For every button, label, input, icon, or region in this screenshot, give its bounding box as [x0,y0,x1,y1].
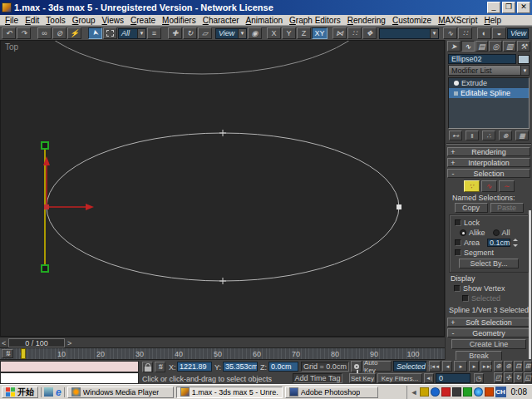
spline-ellipse01-partial[interactable] [28,41,376,74]
scale-button[interactable]: ▱ [198,27,212,39]
next-frame-button[interactable]: ► [469,361,479,372]
open-mini-curve-editor-button[interactable]: ⇅ [2,349,13,358]
stack-item-extrude[interactable]: Extrude [449,78,529,88]
spline-ellipse02[interactable] [47,133,399,281]
make-unique-button[interactable]: ∴ [482,131,495,140]
taskbar-task-3dsmax[interactable]: 1.max - 3ds max 5 - Unre... [176,387,283,398]
vertex-top-tick[interactable] [219,130,226,136]
rollout-geometry[interactable]: - Geometry [447,328,530,337]
add-time-tag[interactable]: Add Time Tag [293,373,342,383]
modifier-list-dropdown[interactable]: Modifier List ▼ [448,65,530,76]
absolute-offset-toggle[interactable]: ⇅ [155,362,165,372]
zoom-all-button[interactable]: ⊛ [504,361,513,372]
rollout-soft-selection[interactable]: + Soft Selection [447,318,530,327]
maxscript-mini-listener[interactable] [0,372,139,384]
menu-character[interactable]: Character [200,16,243,25]
restrict-xy-plane-button[interactable]: XY [312,27,328,39]
pan-button[interactable]: ✢ [504,372,513,383]
named-selection-dropdown[interactable]: ▼ [379,28,439,39]
segment-end-checkbox[interactable] [455,249,461,256]
title-bar[interactable]: 1.max - 3ds max 5 - Unregistered Version… [0,0,532,15]
menu-tools[interactable]: Tools [42,16,68,25]
zoom-button[interactable]: ⊕ [494,361,503,372]
time-slider-handle[interactable]: 0 / 100 [8,338,65,347]
taskbar-task-wmp[interactable]: Windows Media Player [67,387,174,398]
selected-vertex-marker[interactable] [44,204,49,209]
set-keys-button[interactable] [351,361,362,372]
gizmo-x-arrowhead[interactable] [86,204,94,210]
named-selection-sets-button[interactable]: ❖ [362,27,377,39]
restrict-x-button[interactable]: X [267,27,281,39]
tab-motion[interactable]: ◎ [489,41,502,52]
menu-create[interactable]: Create [127,16,159,25]
time-configuration-button[interactable]: ◷ [474,373,484,383]
vertex-right-marker[interactable] [397,204,401,209]
area-selection-checkbox[interactable] [455,239,461,246]
min-max-toggle-button[interactable]: ◱ [524,372,532,383]
align-button[interactable]: ∷ [347,27,362,39]
menu-animation[interactable]: Animation [243,16,286,25]
move-button[interactable]: ✚ [168,27,182,39]
menu-help[interactable]: Help [480,16,505,25]
undo-button[interactable]: ↶ [2,27,16,39]
start-button[interactable]: 开始 [2,387,38,398]
tab-hierarchy[interactable]: ▤ [475,41,489,52]
viewport-label[interactable]: Top [5,42,18,52]
tab-create[interactable]: ➤ [447,41,461,52]
menu-file[interactable]: File [2,16,22,25]
tab-utilities[interactable]: ⚒ [517,41,530,52]
key-step-toggle[interactable]: ◄| [424,373,434,383]
minimize-button[interactable]: _ [487,2,500,13]
bezier-handle-bottom[interactable] [42,265,48,272]
selection-filter-dropdown[interactable]: All ▼ [118,28,146,39]
select-by-name-button[interactable]: ≡ [147,27,161,39]
lock-handles-checkbox[interactable] [455,219,461,226]
paste-button[interactable]: Paste [490,203,524,213]
viewport-top[interactable]: Top [0,40,445,337]
menu-views[interactable]: Views [99,16,128,25]
object-name-field[interactable]: Ellipse02 [448,54,516,64]
area-threshold-spinner[interactable] [513,239,519,247]
render-type-dropdown[interactable]: View [507,28,529,39]
selection-region-button[interactable] [103,27,117,39]
tab-display[interactable]: ▥ [503,41,516,52]
select-object-button[interactable]: ➤ [88,27,102,39]
menu-rendering[interactable]: Rendering [344,16,389,25]
tray-icon-3[interactable] [441,387,451,397]
panel-scrollbar[interactable] [529,210,531,359]
key-mode-dropdown[interactable]: Selected ▼ [393,361,426,372]
area-threshold-field[interactable]: 0.1cm [487,239,510,247]
select-by-button[interactable]: Select By... [459,259,519,268]
reference-coordinate-dropdown[interactable]: View ▼ [215,28,247,39]
lightbulb-icon[interactable] [454,81,459,86]
schematic-view-button[interactable]: ∷ [458,27,472,39]
language-indicator[interactable]: CH [495,387,506,397]
internet-explorer-icon[interactable]: e [56,387,62,398]
show-desktop-icon[interactable] [44,387,53,397]
restrict-y-button[interactable]: Y [282,27,296,39]
x-coordinate-field[interactable]: 1221.89 [177,362,212,372]
menu-group[interactable]: Group [69,16,99,25]
create-line-button[interactable]: Create Line [451,339,526,349]
volume-icon[interactable]: ◄ [411,388,418,397]
zoom-extents-button[interactable]: ⊡ [514,361,523,372]
rollout-interpolation[interactable]: + Interpolation [447,158,530,167]
set-key-button[interactable]: Set Key [349,373,376,383]
render-scene-button[interactable]: ◒ [492,27,506,39]
use-center-button[interactable]: ◉ [248,27,262,39]
tray-icon-7[interactable] [485,387,494,397]
tray-icon-4[interactable] [452,387,461,397]
previous-frame-button[interactable]: ◄ [442,361,452,372]
copy-button[interactable]: Copy [455,203,488,213]
close-button[interactable]: ✕ [517,2,530,13]
restore-button[interactable]: ❐ [502,2,515,13]
z-coordinate-field[interactable]: 0.0cm [268,362,298,372]
object-color-swatch[interactable] [518,55,530,64]
material-editor-button[interactable]: ◐ [477,27,491,39]
current-frame-field[interactable]: 0 [436,373,470,383]
y-coordinate-field[interactable]: 35.353cm [223,362,258,372]
configure-modifier-sets-button[interactable]: ▦ [515,131,529,140]
zoom-extents-all-button[interactable]: ⊞ [524,361,532,372]
previous-frame-arrow[interactable]: < [2,339,6,347]
redo-button[interactable]: ↷ [17,27,31,39]
